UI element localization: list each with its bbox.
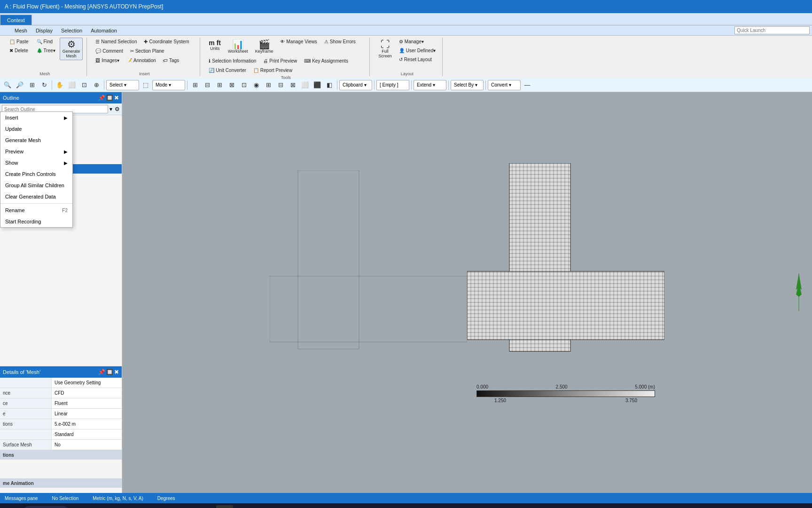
scale-label-1: 2.500 xyxy=(556,384,568,389)
images-btn[interactable]: 🖼Images▾ xyxy=(93,56,122,64)
mesh-container: 0.000 2.500 5.000 (m) 1.250 3.750 xyxy=(467,163,664,422)
worksheet-btn[interactable]: 📊Worksheet xyxy=(225,38,251,56)
quick-launch-input[interactable] xyxy=(734,26,810,34)
no-selection-label: No Selection xyxy=(52,496,79,501)
tb6[interactable]: ◉ xyxy=(250,79,262,91)
pan-btn[interactable]: ✋ xyxy=(54,79,65,91)
ctx-group-similar[interactable]: Group All Similar Children xyxy=(0,180,72,191)
section-plane-btn[interactable]: ✂Section Plane xyxy=(127,47,167,55)
zoom-out-btn[interactable]: 🔎 xyxy=(14,79,25,91)
ctx-rename[interactable]: RenameF2 xyxy=(0,205,72,216)
select-mode-btn[interactable]: ⬚ xyxy=(140,79,151,91)
tb10[interactable]: ⬜ xyxy=(299,79,311,91)
ctx-pinch-controls[interactable]: Create Pinch Controls xyxy=(0,168,72,180)
tb1[interactable]: ⊞ xyxy=(189,79,201,91)
pin-icon[interactable]: 📌 xyxy=(98,95,105,101)
show-errors-btn[interactable]: ⚠Show Errors xyxy=(321,38,359,46)
details-close-icon[interactable]: ✖ xyxy=(114,369,119,375)
tb7[interactable]: ⊞ xyxy=(263,79,274,91)
tb4[interactable]: ⊠ xyxy=(226,79,237,91)
close-icon[interactable]: ✖ xyxy=(114,95,119,101)
key-assignments-btn[interactable]: ⌨Key Assignments xyxy=(301,57,351,65)
coordinate-system-btn[interactable]: ✚Coordinate System xyxy=(141,38,192,46)
annotation-btn[interactable]: 📝Annotation xyxy=(124,56,159,64)
taskbar-search[interactable] xyxy=(23,506,70,508)
paste-btn[interactable]: 📋Paste xyxy=(7,38,31,46)
menu-file[interactable] xyxy=(2,30,10,32)
selection-info-btn[interactable]: ℹSelection Information xyxy=(206,57,259,65)
ctx-clear-data[interactable]: Clear Generated Data xyxy=(0,191,72,202)
taskbar-app6-btn[interactable]: 🐛 xyxy=(198,505,215,508)
fit-btn[interactable]: ⊞ xyxy=(26,79,38,91)
taskbar-app2-btn[interactable]: 💻 xyxy=(127,505,144,508)
taskbar-app5-btn[interactable]: 🔵 xyxy=(180,505,197,508)
tb12[interactable]: ◧ xyxy=(324,79,335,91)
zoom-all-btn[interactable]: ⊡ xyxy=(78,79,90,91)
svg-rect-1 xyxy=(270,276,467,342)
bottom-left-panel: Details of 'Mesh' 📌 🔲 ✖ Use Geometry Set… xyxy=(0,366,122,493)
report-preview-btn[interactable]: 📋Report Preview xyxy=(250,66,295,74)
taskbar-app3-btn[interactable]: 📊 xyxy=(145,505,162,508)
ctx-show[interactable]: Show▶ xyxy=(0,157,72,168)
rotate-btn[interactable]: ↻ xyxy=(39,79,50,91)
more-btn[interactable]: — xyxy=(522,79,533,91)
props-row-6: Surface Mesh No xyxy=(0,440,122,450)
convert-dropdown[interactable]: Convert▾ xyxy=(488,80,521,90)
ctx-preview[interactable]: Preview▶ xyxy=(0,146,72,157)
menu-automation[interactable]: Automation xyxy=(87,27,121,34)
tab-context[interactable]: Context xyxy=(0,15,32,25)
ctx-generate-mesh[interactable]: Generate Mesh xyxy=(0,135,72,146)
details-pin-icon[interactable]: 📌 xyxy=(98,369,105,375)
search-dropdown-icon[interactable]: ▾ xyxy=(109,106,112,112)
generate-mesh-btn[interactable]: ⚙ Generate Mesh xyxy=(60,38,83,60)
tree-btn[interactable]: 🌲Tree▾ xyxy=(34,47,58,55)
named-selection-btn[interactable]: ☰Named Selection xyxy=(93,38,140,46)
taskbar-apps: 🌐 📁 🎮 💻 📊 📝 🔵 🐛 M xyxy=(73,505,233,508)
empty-dropdown[interactable]: [ Empty ] xyxy=(376,80,409,90)
restore-icon[interactable]: 🔲 xyxy=(106,95,113,101)
tb2[interactable]: ⊟ xyxy=(202,79,213,91)
taskbar-app4-btn[interactable]: 📝 xyxy=(163,505,180,508)
filter-icon[interactable]: ⚙ xyxy=(115,106,120,112)
units-btn[interactable]: m ftUnits xyxy=(206,38,224,53)
unit-converter-btn[interactable]: 🔄Unit Converter xyxy=(206,66,249,74)
details-restore-icon[interactable]: 🔲 xyxy=(106,369,113,375)
print-preview-btn[interactable]: 🖨Print Preview xyxy=(260,57,300,65)
taskbar-ansys-btn[interactable]: M xyxy=(216,505,233,508)
tb5[interactable]: ⊡ xyxy=(238,79,250,91)
clipboard-dropdown[interactable]: Clipboard▾ xyxy=(339,80,372,90)
taskbar-explorer-btn[interactable]: 📁 xyxy=(91,505,108,508)
ctx-insert[interactable]: Insert▶ xyxy=(0,112,72,123)
menu-selection[interactable]: Selection xyxy=(57,27,86,34)
tags-btn[interactable]: 🏷Tags xyxy=(160,56,182,64)
ctx-start-recording[interactable]: Start Recording xyxy=(0,216,72,227)
select-dropdown[interactable]: Select▾ xyxy=(106,80,139,90)
delete-btn[interactable]: ✖Delete xyxy=(7,47,31,55)
select-by-dropdown[interactable]: Select By▾ xyxy=(451,80,484,90)
ctx-update[interactable]: Update xyxy=(0,123,72,135)
keyframe-btn[interactable]: 🎬Keyframe xyxy=(252,38,276,56)
full-screen-btn[interactable]: ⛶FullScreen xyxy=(375,38,395,60)
zoom-box-btn[interactable]: ⬜ xyxy=(66,79,78,91)
divider-8 xyxy=(485,80,486,90)
mode-dropdown[interactable]: Mode▾ xyxy=(152,80,185,90)
props-row-1: nce CFD xyxy=(0,388,122,398)
tb3[interactable]: ⊞ xyxy=(214,79,225,91)
tb11[interactable]: ⬛ xyxy=(312,79,323,91)
menu-mesh[interactable]: Mesh xyxy=(11,27,31,34)
tb9[interactable]: ⊠ xyxy=(287,79,298,91)
zoom-in-btn[interactable]: 🔍 xyxy=(2,79,13,91)
comment-btn[interactable]: 💬Comment xyxy=(93,47,125,55)
reset-layout-btn[interactable]: ↺Reset Layout xyxy=(396,56,438,64)
user-defined-btn[interactable]: 👤User Defined▾ xyxy=(396,47,438,55)
manage-btn[interactable]: ⚙Manage▾ xyxy=(396,38,438,46)
start-btn[interactable]: ⊞ xyxy=(4,505,21,508)
taskbar-app1-btn[interactable]: 🎮 xyxy=(109,505,126,508)
find-btn[interactable]: 🔍Find xyxy=(34,38,58,46)
zoom-sel-btn[interactable]: ⊕ xyxy=(91,79,102,91)
extend-dropdown[interactable]: Extend▾ xyxy=(414,80,446,90)
menu-display[interactable]: Display xyxy=(32,27,56,34)
taskbar-edge-btn[interactable]: 🌐 xyxy=(73,505,90,508)
tb8[interactable]: ⊟ xyxy=(275,79,286,91)
manage-views-btn[interactable]: 👁Manage Views xyxy=(277,38,320,46)
